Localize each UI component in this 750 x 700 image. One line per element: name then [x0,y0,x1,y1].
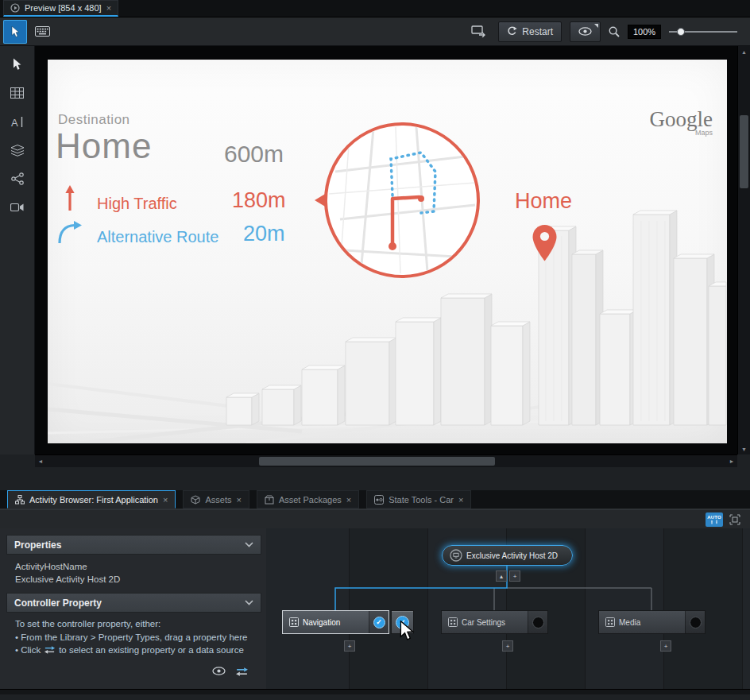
play-circle-icon [10,3,20,13]
inactive-dot-icon [532,617,544,628]
font-icon: A [10,116,25,128]
inactive-dot-icon [690,617,702,628]
properties-section-header[interactable]: Properties [6,535,261,555]
node-exclusive-activity-host[interactable]: Exclusive Activity Host 2D [442,545,573,566]
tab-asset-packages[interactable]: Asset Packages × [257,490,359,509]
camera-tool-button[interactable] [5,195,30,219]
virtual-keyboard-button[interactable] [30,20,54,44]
tab-assets[interactable]: Assets × [183,490,249,509]
add-child-button[interactable]: + [344,640,355,652]
auto-arrange-button[interactable]: AUTO [706,512,723,527]
properties-panel: Properties ActivityHostName Exclusive Ac… [0,528,266,689]
vertical-scroll-thumb[interactable] [740,115,748,188]
close-icon[interactable]: × [346,495,351,505]
node-car-settings[interactable]: Car Settings [441,610,548,634]
add-child-button[interactable]: + [502,640,513,652]
properties-header-label: Properties [14,540,61,551]
controller-property-header[interactable]: Controller Property [6,593,261,613]
activity-inactive-toggle[interactable] [685,611,705,633]
scroll-up-button[interactable]: ▲ [738,46,750,57]
close-icon[interactable]: × [458,495,463,505]
cursor-icon [12,58,23,71]
zoom-slider-thumb[interactable] [677,28,685,36]
activity-active-toggle[interactable]: ✓ [369,611,389,633]
close-icon[interactable]: × [163,495,168,505]
node-media[interactable]: Media [598,610,706,634]
map-brand: Google Maps [650,107,713,137]
tab-preview-label: Preview [854 x 480] [25,3,102,13]
activity-graph[interactable]: Exclusive Activity Host 2D ▴ + Navigatio… [266,528,750,689]
interact-tool-button[interactable] [3,20,27,44]
eye-icon [578,27,592,36]
zoom-slider[interactable] [669,24,737,40]
tab-label: Asset Packages [279,495,342,505]
property-name: ActivityHostName [15,560,253,573]
scroll-left-button[interactable]: ◄ [35,455,46,467]
grid-tool-button[interactable] [5,81,30,105]
activity-icon [605,617,615,627]
controller-property-help: To set the controller property, either: … [6,613,261,659]
node-label: Navigation [303,618,340,627]
tab-label: Assets [205,495,231,505]
select-property-icon [44,645,56,655]
map-inset [324,122,480,278]
activity-graph-toolbar: AUTO [0,509,750,528]
close-icon[interactable]: × [106,3,111,13]
scroll-right-button[interactable]: ► [726,455,737,467]
fit-to-view-icon [729,514,740,525]
screenshot-button[interactable] [466,20,490,44]
select-tool-button[interactable] [5,52,30,76]
show-property-button[interactable] [212,667,226,677]
mouse-cursor [400,621,415,642]
pointer-icon [9,25,21,38]
preview-toolbar: Restart [0,17,750,46]
tab-label: State Tools - Car [389,495,454,505]
fit-to-view-button[interactable] [728,512,742,527]
flow-tool-button[interactable] [5,167,30,191]
state-tools-icon [374,495,384,505]
destination-label: Destination [58,112,130,128]
tab-activity-browser[interactable]: Activity Browser: First Application × [7,490,176,509]
asset-packages-icon [265,495,274,505]
node-label: Media [619,618,640,627]
node-navigation[interactable]: Navigation ✓ [282,610,389,634]
activity-icon [289,617,299,627]
traffic-arrow-icon [64,185,76,212]
layers-icon [10,145,25,157]
tab-preview[interactable]: Preview [854 x 480] × [3,0,118,17]
destination-distance: 600m [224,141,284,168]
activity-browser-icon [15,495,25,505]
keyboard-icon [35,26,50,37]
traffic-distance: 180m [232,188,286,213]
preview-side-toolbar: A [0,46,35,454]
restart-button[interactable]: Restart [498,21,562,42]
horizontal-scroll-thumb[interactable] [259,457,495,466]
add-child-button[interactable]: + [660,640,671,652]
alternative-route-distance: 20m [243,222,285,246]
restart-label: Restart [522,26,553,37]
help-option-click: • Click to select an existing property o… [15,644,253,657]
add-node-button[interactable]: + [509,570,520,582]
node-label: Car Settings [462,618,505,627]
activity-inactive-toggle[interactable] [528,611,547,633]
preview-horizontal-scrollbar[interactable]: ◄ ► [35,454,737,467]
eye-icon [212,667,226,675]
preview-vertical-scrollbar[interactable]: ▲ ▼ [737,46,750,454]
text-tool-button[interactable]: A [5,110,30,133]
activity-host-icon [450,549,462,562]
preview-viewport[interactable]: Destination Home 600m High Traffic 180m … [35,46,737,454]
select-property-button[interactable] [235,667,249,677]
traffic-label: High Traffic [97,195,177,213]
scroll-down-button[interactable]: ▼ [738,443,750,454]
tab-state-tools[interactable]: State Tools - Car × [366,490,471,509]
layers-tool-button[interactable] [5,138,30,162]
zoom-level-input[interactable] [628,25,661,39]
chevron-down-icon [245,542,253,547]
table-icon [10,87,24,99]
rendered-scene: Destination Home 600m High Traffic 180m … [48,60,727,443]
property-value: Exclusive Activity Host 2D [15,573,253,586]
destination-name: Home [56,126,152,166]
collapse-button[interactable]: ▴ [496,570,507,582]
close-icon[interactable]: × [236,495,241,505]
visibility-button[interactable] [570,21,601,42]
